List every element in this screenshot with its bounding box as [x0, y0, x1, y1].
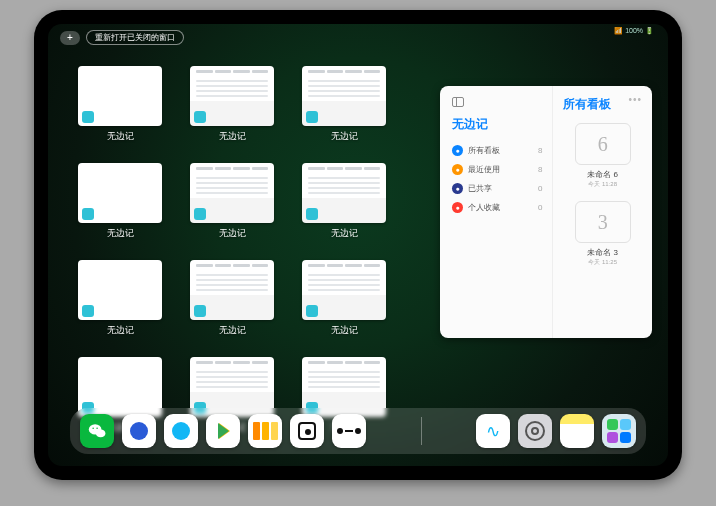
sidebar-item[interactable]: ●所有看板8 — [452, 141, 542, 160]
play-icon[interactable] — [206, 414, 240, 448]
tencent-hd-icon[interactable] — [122, 414, 156, 448]
sidebar-item-label: 已共享 — [468, 183, 492, 194]
svg-point-1 — [95, 429, 105, 437]
window-label: 无边记 — [331, 130, 358, 143]
status-bar: 📶 100% 🔋 — [614, 27, 654, 35]
sidebar-item-count: 0 — [538, 203, 542, 212]
sidebar-toggle-icon[interactable] — [452, 97, 464, 107]
app-window[interactable]: 无边记 — [190, 260, 274, 337]
app-window[interactable]: 无边记 — [78, 163, 162, 240]
sidebar-title: 无边记 — [452, 116, 542, 133]
sidebar-item-count: 8 — [538, 165, 542, 174]
settings-icon[interactable] — [518, 414, 552, 448]
reopen-closed-window-button[interactable]: 重新打开已关闭的窗口 — [86, 30, 184, 45]
app-window[interactable]: 无边记 — [302, 163, 386, 240]
window-label: 无边记 — [331, 227, 358, 240]
svg-point-3 — [96, 427, 98, 429]
sidebar-item[interactable]: ●最近使用8 — [452, 160, 542, 179]
window-label: 无边记 — [219, 130, 246, 143]
app-window[interactable]: 无边记 — [302, 260, 386, 337]
svg-point-2 — [92, 427, 94, 429]
dock: ∿ — [70, 408, 646, 454]
dumbbell-icon[interactable] — [332, 414, 366, 448]
window-thumbnail — [78, 163, 162, 223]
freeform-content: 所有看板 6未命名 6今天 11:283未命名 3今天 11:25 — [553, 86, 652, 338]
sidebar-item-label: 个人收藏 — [468, 202, 500, 213]
board-date: 今天 11:25 — [563, 258, 642, 267]
wechat-icon[interactable] — [80, 414, 114, 448]
app-window[interactable]: 无边记 — [78, 260, 162, 337]
qq-icon[interactable] — [164, 414, 198, 448]
board-name: 未命名 6 — [563, 169, 642, 180]
dice-icon[interactable] — [290, 414, 324, 448]
window-label: 无边记 — [107, 227, 134, 240]
board-item[interactable]: 3未命名 3今天 11:25 — [563, 201, 642, 267]
app-window[interactable]: 无边记 — [302, 66, 386, 143]
more-icon[interactable]: ••• — [628, 94, 642, 105]
freeform-sidebar: 无边记 ●所有看板8●最近使用8●已共享0●个人收藏0 — [440, 86, 553, 338]
freeform-icon[interactable]: ∿ — [476, 414, 510, 448]
app-library-icon[interactable] — [602, 414, 636, 448]
window-label: 无边记 — [107, 130, 134, 143]
board-thumbnail: 6 — [575, 123, 631, 165]
freeform-window[interactable]: ••• 无边记 ●所有看板8●最近使用8●已共享0●个人收藏0 所有看板 6未命… — [440, 86, 652, 338]
window-thumbnail — [190, 66, 274, 126]
new-window-button[interactable]: + — [60, 31, 80, 45]
sidebar-item[interactable]: ●个人收藏0 — [452, 198, 542, 217]
window-thumbnail — [302, 260, 386, 320]
category-icon: ● — [452, 183, 463, 194]
board-name: 未命名 3 — [563, 247, 642, 258]
window-label: 无边记 — [331, 324, 358, 337]
board-item[interactable]: 6未命名 6今天 11:28 — [563, 123, 642, 189]
sidebar-item-label: 最近使用 — [468, 164, 500, 175]
window-thumbnail — [302, 66, 386, 126]
dock-right: ∿ — [476, 414, 636, 448]
category-icon: ● — [452, 145, 463, 156]
sidebar-item[interactable]: ●已共享0 — [452, 179, 542, 198]
window-thumbnail — [190, 163, 274, 223]
screen: 📶 100% 🔋 + 重新打开已关闭的窗口 无边记无边记无边记无边记无边记无边记… — [48, 24, 668, 466]
board-thumbnail: 3 — [575, 201, 631, 243]
books-icon[interactable] — [248, 414, 282, 448]
category-icon: ● — [452, 202, 463, 213]
board-date: 今天 11:28 — [563, 180, 642, 189]
sidebar-item-count: 8 — [538, 146, 542, 155]
category-icon: ● — [452, 164, 463, 175]
dock-left — [80, 414, 366, 448]
app-window[interactable]: 无边记 — [190, 66, 274, 143]
window-label: 无边记 — [219, 324, 246, 337]
app-switcher-grid: 无边记无边记无边记无边记无边记无边记无边记无边记无边记无边记无边记无边记 — [78, 66, 408, 434]
window-thumbnail — [78, 260, 162, 320]
window-thumbnail — [302, 163, 386, 223]
window-label: 无边记 — [107, 324, 134, 337]
window-thumbnail — [190, 260, 274, 320]
window-label: 无边记 — [219, 227, 246, 240]
ipad-device: 📶 100% 🔋 + 重新打开已关闭的窗口 无边记无边记无边记无边记无边记无边记… — [34, 10, 682, 480]
sidebar-item-count: 0 — [538, 184, 542, 193]
dock-separator — [421, 417, 422, 445]
window-thumbnail — [78, 66, 162, 126]
sidebar-item-label: 所有看板 — [468, 145, 500, 156]
app-window[interactable]: 无边记 — [190, 163, 274, 240]
app-window[interactable]: 无边记 — [78, 66, 162, 143]
top-bar: + 重新打开已关闭的窗口 — [60, 30, 184, 45]
notes-icon[interactable] — [560, 414, 594, 448]
